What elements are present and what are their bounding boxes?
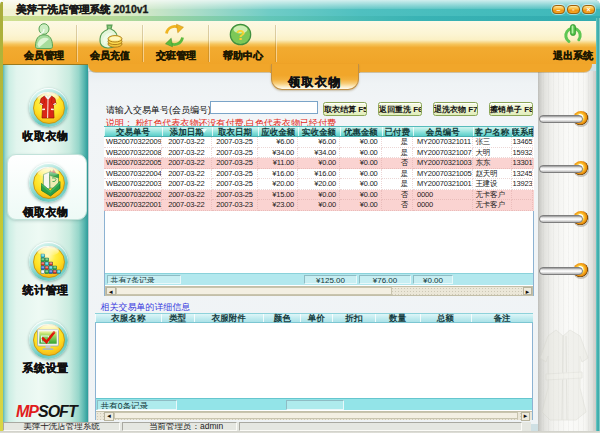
- svg-text:?: ?: [236, 26, 245, 43]
